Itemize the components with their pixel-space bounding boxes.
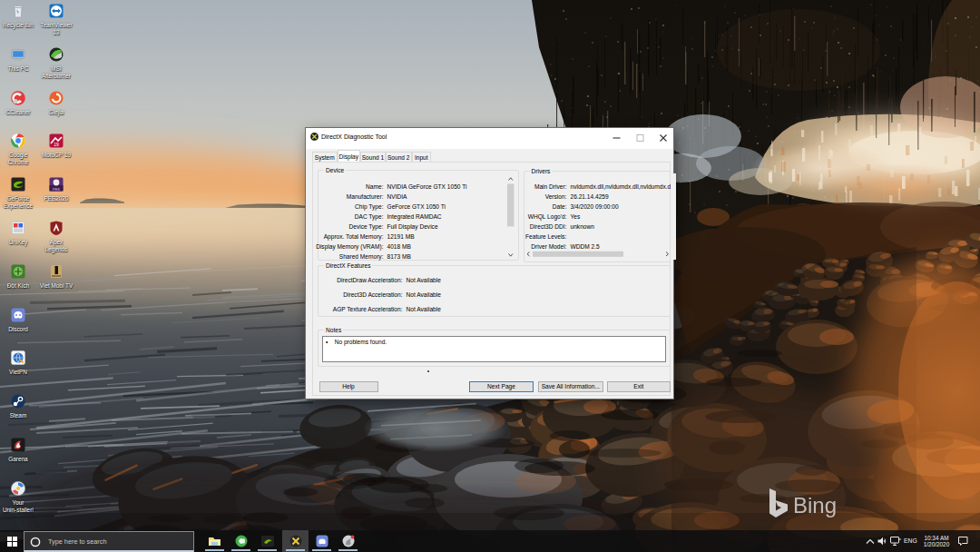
- svg-text:Bing: Bing: [793, 493, 837, 518]
- svg-text:PES: PES: [53, 187, 60, 192]
- svg-text:19: 19: [54, 142, 59, 147]
